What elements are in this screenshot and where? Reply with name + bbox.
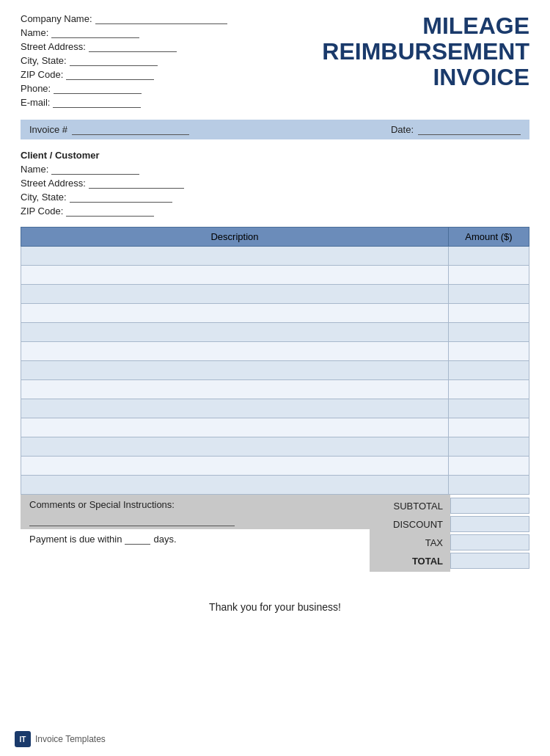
city-label: City, State:	[21, 55, 67, 66]
amount-cell[interactable]	[449, 342, 529, 361]
payment-prefix: Payment is due within	[29, 534, 122, 545]
name-field[interactable]	[51, 28, 139, 38]
table-row	[21, 285, 529, 304]
company-name-field[interactable]	[95, 14, 227, 24]
description-cell[interactable]	[21, 342, 449, 361]
name-row: Name:	[21, 27, 307, 38]
phone-field[interactable]	[54, 84, 142, 94]
client-street-row: Street Address:	[21, 178, 529, 189]
brand-icon-text: IT	[20, 735, 26, 744]
client-street-label: Street Address:	[21, 178, 86, 189]
date-field[interactable]	[418, 125, 521, 135]
amount-cell[interactable]	[449, 247, 529, 266]
table-body	[21, 247, 529, 495]
client-section: Client / Customer Name: Street Address: …	[21, 150, 529, 217]
table-row	[21, 323, 529, 342]
description-cell[interactable]	[21, 476, 449, 495]
payment-days-field[interactable]	[125, 534, 150, 545]
totals-value-col	[450, 495, 529, 572]
amount-header: Amount ($)	[449, 228, 529, 247]
description-cell[interactable]	[21, 323, 449, 342]
zip-field[interactable]	[66, 70, 154, 80]
comments-section: Comments or Special Instructions:	[21, 495, 370, 529]
description-cell[interactable]	[21, 361, 449, 380]
table-header: Description Amount ($)	[21, 228, 529, 247]
discount-value[interactable]	[450, 516, 529, 532]
table-row	[21, 266, 529, 285]
client-zip-field[interactable]	[66, 206, 154, 217]
client-street-field[interactable]	[89, 178, 184, 189]
city-field[interactable]	[70, 56, 158, 66]
client-city-field[interactable]	[70, 192, 172, 203]
footer-area: Comments or Special Instructions: Paymen…	[21, 495, 529, 572]
items-table: Description Amount ($)	[21, 227, 529, 495]
totals-block: SUBTOTAL DISCOUNT TAX TOTAL	[370, 495, 529, 572]
zip-label: ZIP Code:	[21, 69, 63, 80]
table-row	[21, 304, 529, 323]
company-name-label: Company Name:	[21, 13, 92, 24]
comment-line[interactable]	[29, 515, 235, 526]
amount-cell[interactable]	[449, 457, 529, 476]
table-row	[21, 247, 529, 266]
description-cell[interactable]	[21, 247, 449, 266]
amount-cell[interactable]	[449, 266, 529, 285]
description-header: Description	[21, 228, 449, 247]
invoice-number-field[interactable]	[72, 125, 189, 135]
invoice-number-section: Invoice #	[29, 124, 189, 135]
description-cell[interactable]	[21, 285, 449, 304]
client-name-label: Name:	[21, 164, 48, 175]
amount-cell[interactable]	[449, 437, 529, 457]
amount-cell[interactable]	[449, 304, 529, 323]
payment-suffix: days.	[153, 534, 176, 545]
totals-section: SUBTOTAL DISCOUNT TAX TOTAL	[370, 495, 529, 572]
title-reimbursement: REIMBURSEMENT	[322, 39, 529, 65]
description-cell[interactable]	[21, 399, 449, 418]
invoice-bar: Invoice # Date:	[21, 120, 529, 139]
email-label: E-mail:	[21, 97, 50, 108]
city-row: City, State:	[21, 55, 307, 66]
client-name-field[interactable]	[51, 164, 139, 175]
amount-cell[interactable]	[449, 418, 529, 437]
brand-logo-icon: IT	[15, 731, 31, 747]
amount-cell[interactable]	[449, 361, 529, 380]
total-label: TOTAL	[377, 553, 443, 569]
street-row: Street Address:	[21, 41, 307, 52]
title-invoice: INVOICE	[322, 65, 529, 90]
date-section: Date:	[391, 124, 521, 135]
bottom-branding: IT Invoice Templates	[15, 731, 106, 747]
amount-cell[interactable]	[449, 380, 529, 399]
thank-you-message: Thank you for your business!	[21, 601, 529, 613]
totals-label-col: SUBTOTAL DISCOUNT TAX TOTAL	[370, 495, 450, 572]
subtotal-value[interactable]	[450, 498, 529, 514]
discount-label: DISCOUNT	[377, 516, 443, 532]
header-section: Company Name: Name: Street Address: City…	[21, 13, 529, 111]
description-cell[interactable]	[21, 380, 449, 399]
description-cell[interactable]	[21, 457, 449, 476]
client-zip-row: ZIP Code:	[21, 206, 529, 217]
amount-cell[interactable]	[449, 285, 529, 304]
street-field[interactable]	[89, 42, 177, 52]
table-row	[21, 361, 529, 380]
invoice-page: $ Company Name: Name: Street Address:	[0, 0, 550, 756]
client-city-label: City, State:	[21, 192, 67, 203]
amount-cell[interactable]	[449, 476, 529, 495]
email-row: E-mail:	[21, 97, 307, 108]
email-field[interactable]	[53, 98, 141, 108]
company-name-row: Company Name:	[21, 13, 307, 24]
description-cell[interactable]	[21, 266, 449, 285]
total-value[interactable]	[450, 553, 529, 569]
client-section-title: Client / Customer	[21, 150, 529, 161]
phone-row: Phone:	[21, 83, 307, 94]
table-row	[21, 457, 529, 476]
amount-cell[interactable]	[449, 399, 529, 418]
description-cell[interactable]	[21, 437, 449, 457]
client-name-row: Name:	[21, 164, 529, 175]
tax-value[interactable]	[450, 534, 529, 550]
client-zip-label: ZIP Code:	[21, 206, 63, 217]
table-row	[21, 437, 529, 457]
description-cell[interactable]	[21, 418, 449, 437]
invoice-number-label: Invoice #	[29, 124, 67, 135]
description-cell[interactable]	[21, 304, 449, 323]
name-label: Name:	[21, 27, 48, 38]
amount-cell[interactable]	[449, 323, 529, 342]
